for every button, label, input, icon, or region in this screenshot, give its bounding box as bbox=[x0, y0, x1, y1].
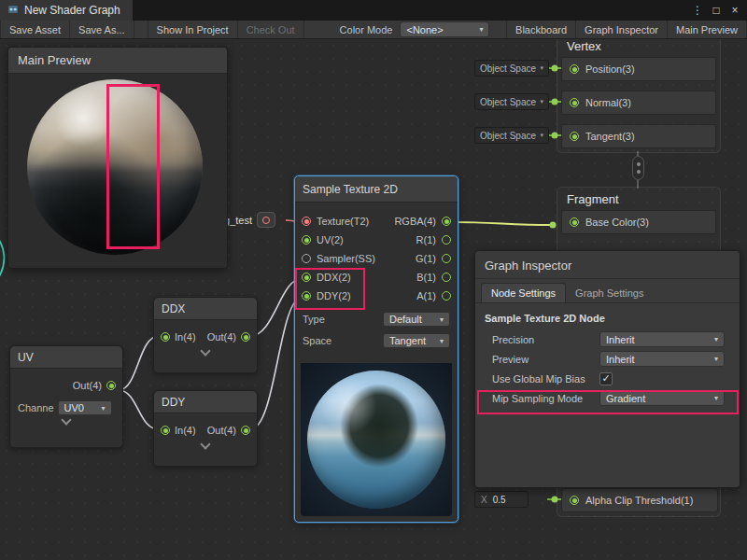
sample-node-title: Sample Texture 2D bbox=[303, 183, 398, 196]
uv-collapse-control[interactable] bbox=[10, 415, 122, 429]
main-preview-header[interactable]: Main Preview bbox=[8, 48, 227, 74]
inspector-body: Sample Texture 2D Node Precision Inherit… bbox=[475, 303, 740, 408]
normal-space-dropdown[interactable]: Object Space ▾ bbox=[474, 93, 549, 110]
mip-sampling-mode-label: Mip Sampling Mode bbox=[492, 393, 599, 404]
uv-input-port[interactable] bbox=[302, 235, 311, 245]
space-dropdown[interactable]: Tangent ▾ bbox=[383, 333, 450, 348]
space-label: Space bbox=[303, 335, 331, 346]
color-mode-value: <None> bbox=[406, 24, 443, 35]
uv-node-header[interactable]: UV bbox=[10, 346, 122, 369]
block-base-color[interactable]: Base Color(3) bbox=[561, 210, 716, 234]
ddx-collapse-control[interactable] bbox=[154, 346, 257, 360]
ddx-node-header[interactable]: DDX bbox=[154, 298, 257, 320]
block-tangent-label: Tangent(3) bbox=[585, 131, 635, 142]
ddy-in-port[interactable] bbox=[161, 426, 170, 435]
color-mode-dropdown[interactable]: <None> ▾ bbox=[400, 21, 489, 37]
vertex-context[interactable]: Vertex Position(3) Normal(3) Tangent(3) bbox=[557, 34, 721, 153]
type-value: Default bbox=[389, 314, 422, 325]
document-tab[interactable]: New Shader Graph bbox=[0, 0, 133, 21]
type-dropdown[interactable]: Default ▾ bbox=[383, 312, 450, 327]
edge-rgba-to-basecolor[interactable] bbox=[452, 222, 551, 225]
position-space-value: Object Space bbox=[480, 63, 536, 74]
tab-graph-settings[interactable]: Graph Settings bbox=[566, 284, 653, 302]
kebab-menu-icon[interactable]: ⋮ bbox=[689, 4, 706, 17]
uv-input-label: UV(2) bbox=[317, 234, 344, 245]
preview-value: Inherit bbox=[606, 354, 635, 365]
block-normal[interactable]: Normal(3) bbox=[561, 91, 716, 115]
preview-dropdown[interactable]: Inherit ▾ bbox=[599, 351, 725, 367]
block-position[interactable]: Position(3) bbox=[561, 57, 716, 81]
sample-node-header[interactable]: Sample Texture 2D bbox=[295, 176, 458, 203]
ddy-node[interactable]: DDY In(4) Out(4) bbox=[153, 390, 258, 467]
main-preview-toggle-button[interactable]: Main Preview bbox=[668, 21, 747, 38]
save-as-button[interactable]: Save As... bbox=[70, 21, 134, 38]
r-output-port[interactable] bbox=[442, 235, 451, 245]
graph-inspector-title: Graph Inspector bbox=[475, 251, 740, 279]
alpha-clip-port[interactable] bbox=[570, 496, 579, 505]
ddy-collapse-control[interactable] bbox=[154, 440, 257, 454]
g-output-port[interactable] bbox=[442, 254, 451, 263]
uv-node[interactable]: UV Out(4) Channe UV0 ▾ bbox=[9, 345, 123, 448]
ddy-input-label: DDY(2) bbox=[317, 290, 351, 301]
preview-row: Preview Inherit ▾ bbox=[481, 349, 730, 369]
sample-preview-sphere bbox=[307, 371, 445, 509]
block-alpha-clip[interactable]: Alpha Clip Threshold(1) bbox=[561, 488, 718, 512]
sampler-input-port[interactable] bbox=[302, 254, 311, 263]
show-in-project-button[interactable]: Show In Project bbox=[148, 21, 238, 38]
blackboard-toggle-button[interactable]: Blackboard bbox=[506, 21, 576, 38]
texture-input-label: Texture(T2) bbox=[317, 216, 369, 227]
property-node-gtest[interactable]: g_test bbox=[224, 212, 275, 228]
property-port-box bbox=[257, 212, 275, 228]
a-output-port[interactable] bbox=[442, 291, 451, 301]
ddx-in-port[interactable] bbox=[161, 332, 170, 342]
save-asset-button[interactable]: Save Asset bbox=[0, 21, 70, 38]
ddx-node[interactable]: DDX In(4) Out(4) bbox=[153, 297, 258, 373]
ddy-node-header[interactable]: DDY bbox=[154, 391, 257, 413]
block-tangent[interactable]: Tangent(3) bbox=[561, 124, 716, 148]
sample-node-preview bbox=[301, 363, 452, 516]
threshold-value: 0.5 bbox=[493, 495, 506, 505]
uv-out-port[interactable] bbox=[106, 381, 116, 390]
tangent-space-dropdown[interactable]: Object Space ▾ bbox=[474, 127, 549, 144]
chevron-down-icon: ▾ bbox=[540, 98, 543, 105]
ddy-input-port[interactable] bbox=[302, 291, 311, 301]
precision-dropdown[interactable]: Inherit ▾ bbox=[599, 331, 725, 347]
uv-channel-dropdown[interactable]: UV0 ▾ bbox=[58, 400, 112, 415]
uv-channel-value: UV0 bbox=[64, 402, 84, 413]
ddx-input-port[interactable] bbox=[302, 273, 311, 282]
sample-texture-2d-node[interactable]: Sample Texture 2D Texture(T2) RGBA(4) UV… bbox=[294, 175, 458, 523]
ddx-out-port[interactable] bbox=[241, 332, 250, 342]
chevron-down-icon: ▾ bbox=[714, 335, 718, 343]
ddy-in-label: In(4) bbox=[175, 425, 196, 436]
collapse-chevron-icon bbox=[200, 345, 210, 356]
window-title: New Shader Graph bbox=[24, 4, 120, 17]
tangent-port[interactable] bbox=[570, 132, 579, 141]
chevron-down-icon: ▾ bbox=[102, 404, 106, 413]
normal-port[interactable] bbox=[570, 98, 579, 107]
mip-sampling-mode-row: Mip Sampling Mode Gradient ▾ bbox=[481, 388, 730, 408]
main-preview-body bbox=[8, 74, 227, 268]
close-icon[interactable]: × bbox=[726, 4, 743, 17]
mip-sampling-mode-dropdown[interactable]: Gradient ▾ bbox=[599, 390, 725, 406]
alpha-threshold-field[interactable]: X 0.5 bbox=[474, 491, 529, 508]
b-output-port[interactable] bbox=[442, 273, 451, 282]
gtest-output-port[interactable] bbox=[262, 217, 270, 224]
type-label: Type bbox=[303, 314, 325, 325]
a-output-label: A(1) bbox=[416, 290, 436, 301]
graph-inspector-toggle-button[interactable]: Graph Inspector bbox=[576, 21, 668, 38]
ddx-input-label: DDX(2) bbox=[317, 272, 351, 283]
position-port[interactable] bbox=[570, 64, 579, 74]
position-space-dropdown[interactable]: Object Space ▾ bbox=[474, 60, 549, 77]
rgba-output-port[interactable] bbox=[442, 217, 451, 226]
ddy-out-port[interactable] bbox=[241, 426, 250, 435]
use-global-mip-bias-checkbox[interactable]: ✓ bbox=[599, 372, 613, 385]
b-output-label: B(1) bbox=[416, 272, 436, 283]
precision-row: Precision Inherit ▾ bbox=[481, 329, 730, 349]
texture-input-port[interactable] bbox=[302, 217, 311, 226]
edge-offscreen[interactable] bbox=[0, 233, 4, 278]
port-dot-basecolor[interactable] bbox=[550, 222, 557, 229]
block-base-color-label: Base Color(3) bbox=[585, 217, 649, 228]
tab-node-settings[interactable]: Node Settings bbox=[481, 283, 566, 302]
base-color-port[interactable] bbox=[570, 217, 579, 227]
maximize-icon[interactable]: □ bbox=[708, 4, 725, 17]
